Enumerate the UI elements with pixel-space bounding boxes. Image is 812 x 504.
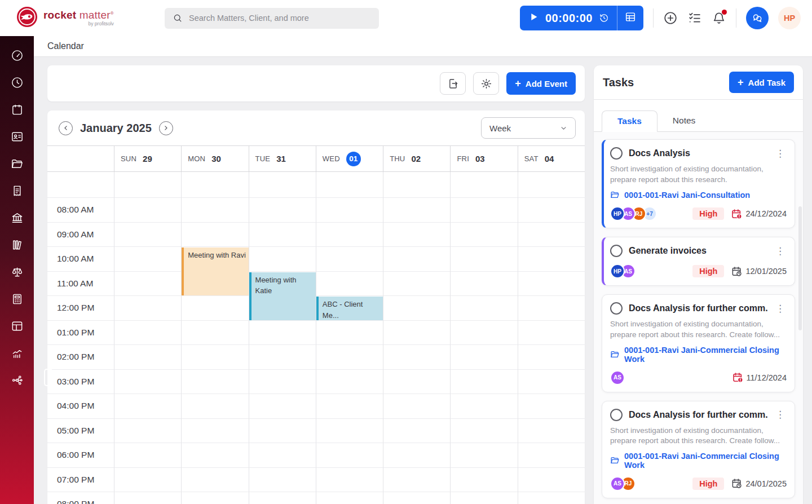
calendar-cell[interactable] [518,370,585,395]
prev-week-button[interactable] [59,121,73,135]
calendar-cell[interactable] [316,172,383,198]
export-button[interactable] [440,72,466,95]
calendar-cell[interactable] [249,198,316,223]
calendar-cell[interactable] [114,321,181,346]
calendar-cell[interactable] [383,443,450,468]
task-checkbox[interactable] [610,409,623,421]
sidebar-item-integrations[interactable] [3,366,30,394]
calendar-cell[interactable] [518,468,585,493]
sidebar-item-legal[interactable] [3,258,30,285]
task-card[interactable]: Docs Analysis for further comm...⋮Short … [602,294,795,392]
task-card[interactable]: Docs Analysis for further comm...⋮Short … [602,401,795,498]
task-matter-link[interactable]: 0001-001-Ravi Jani-Commercial Closing Wo… [610,346,787,364]
sidebar-item-matters[interactable] [3,150,30,177]
calendar-cell[interactable] [518,296,585,321]
calendar-event[interactable]: ABC - Client Me... [316,297,383,320]
calendar-cell[interactable] [316,198,383,223]
calendar-cell[interactable] [383,419,450,444]
calendar-cell[interactable] [316,370,383,395]
calendar-cell[interactable] [450,247,517,272]
calendar-cell[interactable] [114,492,181,504]
calendar-cell[interactable] [181,198,248,223]
view-selector[interactable]: Week [481,117,576,139]
calendar-cell[interactable] [316,468,383,493]
calendar-cell[interactable] [518,345,585,370]
rocket-matter-logo[interactable]: rocket matter® by profitsolv [16,6,114,30]
calendar-cell[interactable] [181,468,248,493]
calendar-cell[interactable] [114,247,181,272]
timesheet-button[interactable] [617,6,643,30]
task-checkbox[interactable] [610,245,623,257]
calendar-cell[interactable] [114,172,181,198]
calendar-cell[interactable] [114,419,181,444]
calendar-settings-button[interactable] [473,72,499,95]
calendar-cell[interactable] [181,345,248,370]
task-card[interactable]: Docs Analysis⋮Short investigation of exi… [602,139,795,228]
calendar-cell[interactable] [383,223,450,247]
calendar-cell[interactable] [383,198,450,223]
tab-tasks[interactable]: Tasks [602,110,657,132]
calendar-cell[interactable] [249,419,316,444]
calendar-cell[interactable] [518,172,585,198]
task-card[interactable]: Generate invoices⋮HPASHigh12/01/2025 [602,237,795,286]
sidebar-item-calendar[interactable] [3,96,30,123]
panel-collapse-handle[interactable] [44,369,52,386]
calendar-cell[interactable] [114,272,181,297]
calendar-cell[interactable] [181,370,248,395]
task-matter-link[interactable]: 0001-001-Ravi Jani-Consultation [610,190,787,200]
sidebar-item-accounting[interactable] [3,204,30,231]
chat-button[interactable] [746,7,769,29]
calendar-cell[interactable] [450,370,517,395]
calendar-cell[interactable] [181,172,248,198]
calendar-cell[interactable] [316,223,383,247]
add-event-button[interactable]: + Add Event [506,72,576,95]
calendar-cell[interactable] [181,419,248,444]
calendar-cell[interactable] [114,198,181,223]
calendar-cell[interactable] [316,345,383,370]
calendar-cell[interactable] [450,443,517,468]
calendar-cell[interactable] [316,394,383,419]
sidebar-item-time[interactable] [3,69,30,96]
calendar-cell[interactable] [316,247,383,272]
calendar-cell[interactable] [383,321,450,346]
task-menu-icon[interactable]: ⋮ [774,149,787,158]
calendar-cell[interactable] [114,370,181,395]
calendar-cell[interactable] [249,394,316,419]
timer-history-icon[interactable] [598,12,610,24]
sidebar-item-dashboard[interactable] [3,42,30,69]
calendar-cell[interactable] [383,492,450,504]
calendar-cell[interactable] [249,172,316,198]
sidebar-item-invoices[interactable] [3,177,30,204]
timer-start[interactable]: 00:00:00 [520,6,617,30]
task-matter-link[interactable]: 0001-001-Ravi Jani-Commercial Closing Wo… [610,452,787,470]
add-task-button[interactable]: + Add Task [729,72,794,93]
task-checkbox[interactable] [610,147,623,160]
calendar-cell[interactable] [383,394,450,419]
sidebar-item-library[interactable] [3,231,30,258]
calendar-cell[interactable] [383,272,450,297]
task-checkbox[interactable] [610,302,623,315]
calendar-cell[interactable] [383,247,450,272]
calendar-cell[interactable] [114,345,181,370]
calendar-cell[interactable] [249,443,316,468]
calendar-cell[interactable] [249,321,316,346]
calendar-cell[interactable] [249,492,316,504]
calendar-cell[interactable] [249,247,316,272]
sidebar-item-reports[interactable] [3,339,30,366]
calendar-cell[interactable] [114,443,181,468]
calendar-event[interactable]: Meeting with Katie [249,272,316,320]
calendar-cell[interactable] [316,321,383,346]
calendar-cell[interactable] [518,321,585,346]
calendar-cell[interactable] [518,443,585,468]
notifications-button[interactable] [712,11,726,25]
calendar-cell[interactable] [316,492,383,504]
search-input[interactable] [189,14,371,23]
calendar-cell[interactable] [316,419,383,444]
calendar-cell[interactable] [316,443,383,468]
calendar-cell[interactable] [450,223,517,247]
calendar-cell[interactable] [383,345,450,370]
calendar-cell[interactable] [450,198,517,223]
calendar-cell[interactable] [383,468,450,493]
calendar-cell[interactable] [114,468,181,493]
calendar-cell[interactable] [518,198,585,223]
